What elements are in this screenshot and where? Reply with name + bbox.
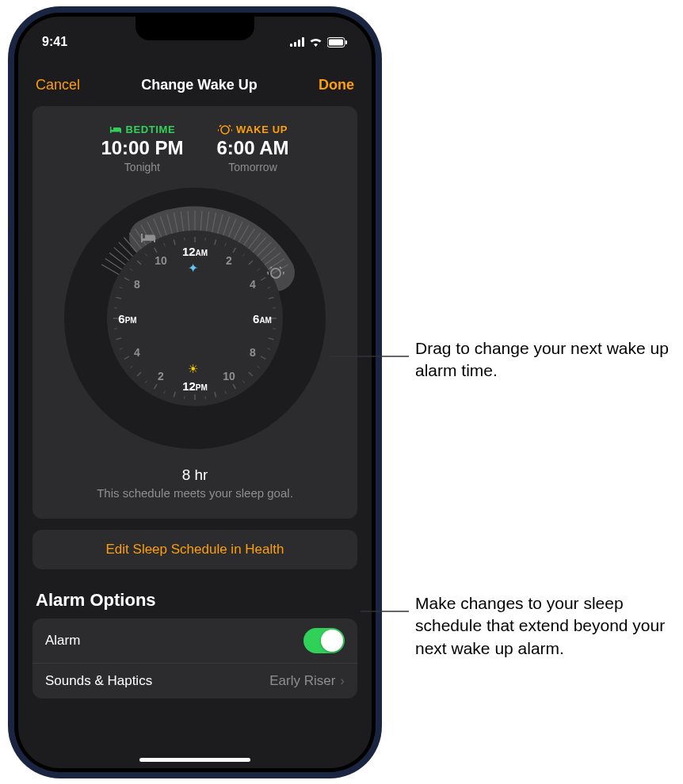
bedtime-label: BEDTIME <box>126 124 176 135</box>
wakeup-handle[interactable] <box>261 258 290 287</box>
svg-line-72 <box>130 366 132 367</box>
svg-rect-3 <box>302 37 304 47</box>
clock-6am: 6AM <box>253 312 272 325</box>
edit-schedule-button[interactable]: Edit Sleep Schedule in Health <box>32 530 357 569</box>
clock-2a: 2 <box>226 254 232 267</box>
bedtime-column: BEDTIME 10:00 PM Tonight <box>101 124 183 173</box>
night-sparkle-icon: ✦ <box>188 261 198 276</box>
svg-line-63 <box>215 392 216 398</box>
content: BEDTIME 10:00 PM Tonight WAKE UP 6:00 AM <box>18 106 372 698</box>
wifi-icon <box>309 37 322 47</box>
svg-line-45 <box>233 248 236 253</box>
svg-line-58 <box>258 366 260 367</box>
screen: 9:41 Cancel Change Wake Up Done <box>18 17 372 768</box>
duration-message: This schedule meets your sleep goal. <box>47 486 343 500</box>
svg-line-42 <box>205 238 206 241</box>
callout-wakeup-handle: Drag to change your next wake up alarm t… <box>415 337 677 382</box>
status-time: 9:41 <box>42 35 67 49</box>
svg-rect-2 <box>298 40 300 47</box>
svg-line-70 <box>145 381 147 383</box>
svg-line-54 <box>273 329 276 329</box>
home-indicator[interactable] <box>139 758 250 762</box>
notch <box>135 17 254 40</box>
svg-line-43 <box>215 240 216 245</box>
nav-title: Change Wake Up <box>141 77 257 93</box>
clock-10a: 10 <box>223 370 235 382</box>
svg-line-59 <box>249 372 253 376</box>
svg-line-75 <box>116 338 122 340</box>
svg-line-80 <box>120 287 123 289</box>
svg-line-87 <box>174 240 175 245</box>
bedtime-time: 10:00 PM <box>101 137 183 159</box>
sounds-row[interactable]: Sounds & Haptics Early Riser › <box>32 664 357 698</box>
bedtime-header: BEDTIME <box>101 124 183 135</box>
svg-rect-1 <box>294 42 296 47</box>
done-button[interactable]: Done <box>319 77 354 93</box>
svg-line-82 <box>130 268 132 270</box>
svg-line-81 <box>124 278 129 281</box>
bedtime-handle[interactable] <box>134 223 162 252</box>
svg-line-47 <box>249 261 253 265</box>
wakeup-header: WAKE UP <box>216 124 288 135</box>
cellular-icon <box>290 37 304 47</box>
clock-10p: 10 <box>155 254 167 267</box>
phone-bezel: 9:41 Cancel Change Wake Up Done <box>14 13 376 772</box>
clock-12pm: 12PM <box>182 379 208 393</box>
chevron-right-icon: › <box>340 673 345 689</box>
status-icons <box>290 37 348 48</box>
duration-value: 8 hr <box>47 466 343 484</box>
nav-bar: Cancel Change Wake Up Done <box>18 67 372 101</box>
svg-line-79 <box>116 297 122 299</box>
clock-4a: 4 <box>250 278 256 291</box>
svg-line-55 <box>269 338 274 340</box>
clock-2p: 2 <box>158 370 164 382</box>
bedtime-sub: Tonight <box>101 161 183 173</box>
clock-8p: 8 <box>134 278 140 291</box>
svg-line-88 <box>185 238 185 241</box>
svg-point-7 <box>221 126 229 134</box>
svg-line-78 <box>114 308 117 309</box>
svg-rect-0 <box>290 44 292 47</box>
schedule-card: BEDTIME 10:00 PM Tonight WAKE UP 6:00 AM <box>32 106 357 519</box>
time-labels: BEDTIME 10:00 PM Tonight WAKE UP 6:00 AM <box>47 124 343 173</box>
alarm-toggle[interactable] <box>303 628 345 653</box>
svg-line-56 <box>267 348 270 350</box>
duration-summary: 8 hr This schedule meets your sleep goal… <box>47 466 343 500</box>
svg-line-69 <box>155 384 158 389</box>
svg-line-74 <box>120 348 123 350</box>
alarm-options-list: Alarm Sounds & Haptics Early Riser › <box>32 618 357 698</box>
svg-line-51 <box>269 297 274 299</box>
alarm-options-title: Alarm Options <box>36 590 354 611</box>
svg-line-84 <box>145 253 147 256</box>
svg-line-67 <box>174 392 175 398</box>
phone-frame: 9:41 Cancel Change Wake Up Done <box>8 6 382 778</box>
alarm-handle-icon <box>267 265 284 280</box>
bed-handle-icon <box>140 232 156 243</box>
svg-line-50 <box>267 287 270 289</box>
sounds-value: Early Riser › <box>269 673 345 689</box>
cancel-button[interactable]: Cancel <box>36 77 80 93</box>
svg-line-66 <box>185 396 185 399</box>
svg-line-86 <box>164 243 166 246</box>
svg-line-83 <box>137 261 141 265</box>
day-sun-icon: ☀ <box>188 362 198 376</box>
battery-icon <box>327 37 348 48</box>
svg-line-46 <box>242 253 244 256</box>
svg-line-71 <box>137 372 141 376</box>
clock-6pm: 6PM <box>118 312 136 325</box>
svg-rect-6 <box>345 40 347 44</box>
svg-point-89 <box>271 268 280 278</box>
callout-edit-schedule: Make changes to your sleep schedule that… <box>415 592 677 660</box>
svg-line-57 <box>261 356 265 360</box>
sounds-label: Sounds & Haptics <box>45 673 152 689</box>
wakeup-sub: Tomorrow <box>216 161 288 173</box>
svg-line-73 <box>124 356 129 360</box>
sleep-dial[interactable]: 12AM 6AM 12PM 6PM 2 4 8 10 2 4 8 10 <box>64 188 326 449</box>
clock-12am: 12AM <box>182 245 208 258</box>
svg-line-48 <box>258 268 260 270</box>
svg-line-61 <box>233 384 236 389</box>
svg-line-76 <box>114 329 117 329</box>
alarm-icon <box>218 124 232 135</box>
clock-8a: 8 <box>250 346 256 359</box>
svg-line-60 <box>242 381 244 383</box>
